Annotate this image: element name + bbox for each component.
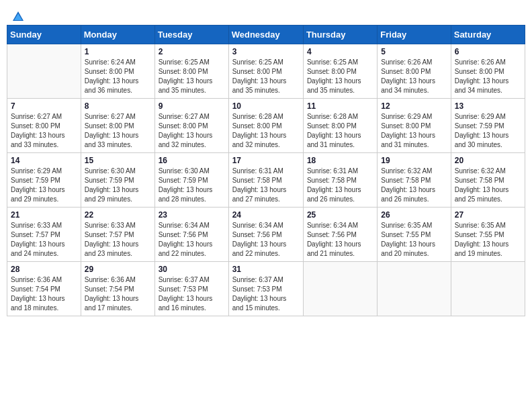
day-info: Sunrise: 6:27 AM Sunset: 8:00 PM Dayligh… xyxy=(11,112,77,150)
logo xyxy=(10,10,25,19)
day-number: 2 xyxy=(159,47,225,56)
day-info: Sunrise: 6:35 AM Sunset: 7:55 PM Dayligh… xyxy=(455,221,521,259)
day-number: 8 xyxy=(85,101,151,111)
day-info: Sunrise: 6:36 AM Sunset: 7:54 PM Dayligh… xyxy=(85,275,151,313)
day-number: 23 xyxy=(159,210,225,220)
day-info: Sunrise: 6:35 AM Sunset: 7:55 PM Dayligh… xyxy=(381,221,447,259)
calendar-cell: 7Sunrise: 6:27 AM Sunset: 8:00 PM Daylig… xyxy=(7,99,81,153)
day-info: Sunrise: 6:30 AM Sunset: 7:59 PM Dayligh… xyxy=(85,167,151,204)
day-info: Sunrise: 6:27 AM Sunset: 8:00 PM Dayligh… xyxy=(159,112,225,150)
day-info: Sunrise: 6:31 AM Sunset: 7:58 PM Dayligh… xyxy=(232,167,300,204)
day-number: 26 xyxy=(381,210,447,220)
logo-icon xyxy=(11,10,25,24)
weekday-header: Wednesday xyxy=(228,26,303,44)
day-info: Sunrise: 6:34 AM Sunset: 7:56 PM Dayligh… xyxy=(159,221,225,259)
calendar-cell: 6Sunrise: 6:26 AM Sunset: 8:00 PM Daylig… xyxy=(451,44,525,99)
day-number: 19 xyxy=(381,156,447,165)
day-number: 15 xyxy=(85,156,151,165)
day-number: 12 xyxy=(381,101,447,111)
calendar-cell: 29Sunrise: 6:36 AM Sunset: 7:54 PM Dayli… xyxy=(81,262,154,316)
day-number: 17 xyxy=(232,156,300,165)
calendar-cell: 24Sunrise: 6:34 AM Sunset: 7:56 PM Dayli… xyxy=(228,208,303,262)
page-header xyxy=(7,7,525,19)
day-number: 10 xyxy=(232,101,300,111)
day-number: 31 xyxy=(232,265,300,274)
calendar-cell: 13Sunrise: 6:29 AM Sunset: 7:59 PM Dayli… xyxy=(451,99,525,153)
calendar-cell: 23Sunrise: 6:34 AM Sunset: 7:56 PM Dayli… xyxy=(154,208,228,262)
calendar-cell: 27Sunrise: 6:35 AM Sunset: 7:55 PM Dayli… xyxy=(451,208,525,262)
calendar-cell: 15Sunrise: 6:30 AM Sunset: 7:59 PM Dayli… xyxy=(81,153,154,208)
day-info: Sunrise: 6:26 AM Sunset: 8:00 PM Dayligh… xyxy=(455,58,521,95)
day-number: 18 xyxy=(307,156,373,165)
calendar-cell: 16Sunrise: 6:30 AM Sunset: 7:59 PM Dayli… xyxy=(154,153,228,208)
day-info: Sunrise: 6:29 AM Sunset: 7:59 PM Dayligh… xyxy=(11,167,77,204)
day-number: 29 xyxy=(85,265,151,274)
day-number: 24 xyxy=(232,210,300,220)
calendar-cell: 3Sunrise: 6:25 AM Sunset: 8:00 PM Daylig… xyxy=(228,44,303,99)
calendar-cell: 11Sunrise: 6:28 AM Sunset: 8:00 PM Dayli… xyxy=(303,99,377,153)
calendar-cell: 9Sunrise: 6:27 AM Sunset: 8:00 PM Daylig… xyxy=(154,99,228,153)
day-info: Sunrise: 6:31 AM Sunset: 7:58 PM Dayligh… xyxy=(307,167,373,204)
calendar-cell xyxy=(378,262,451,316)
day-number: 9 xyxy=(159,101,225,111)
day-number: 4 xyxy=(307,47,373,56)
day-info: Sunrise: 6:25 AM Sunset: 8:00 PM Dayligh… xyxy=(307,58,373,95)
day-info: Sunrise: 6:37 AM Sunset: 7:53 PM Dayligh… xyxy=(232,275,300,313)
calendar-week-row: 21Sunrise: 6:33 AM Sunset: 7:57 PM Dayli… xyxy=(7,208,525,262)
day-info: Sunrise: 6:28 AM Sunset: 8:00 PM Dayligh… xyxy=(307,112,373,150)
calendar-cell: 4Sunrise: 6:25 AM Sunset: 8:00 PM Daylig… xyxy=(303,44,377,99)
weekday-header: Friday xyxy=(378,26,451,44)
calendar-week-row: 7Sunrise: 6:27 AM Sunset: 8:00 PM Daylig… xyxy=(7,99,525,153)
day-number: 6 xyxy=(455,47,521,56)
calendar-cell xyxy=(303,262,377,316)
day-number: 20 xyxy=(455,156,521,165)
calendar-cell: 21Sunrise: 6:33 AM Sunset: 7:57 PM Dayli… xyxy=(7,208,81,262)
weekday-header: Thursday xyxy=(303,26,377,44)
calendar-week-row: 14Sunrise: 6:29 AM Sunset: 7:59 PM Dayli… xyxy=(7,153,525,208)
weekday-header: Saturday xyxy=(451,26,525,44)
calendar-cell: 17Sunrise: 6:31 AM Sunset: 7:58 PM Dayli… xyxy=(228,153,303,208)
calendar-body: 1Sunrise: 6:24 AM Sunset: 8:00 PM Daylig… xyxy=(7,44,525,316)
day-number: 21 xyxy=(11,210,77,220)
calendar-cell: 26Sunrise: 6:35 AM Sunset: 7:55 PM Dayli… xyxy=(378,208,451,262)
day-info: Sunrise: 6:28 AM Sunset: 8:00 PM Dayligh… xyxy=(232,112,300,150)
day-number: 25 xyxy=(307,210,373,220)
day-info: Sunrise: 6:34 AM Sunset: 7:56 PM Dayligh… xyxy=(307,221,373,259)
day-number: 30 xyxy=(159,265,225,274)
day-number: 22 xyxy=(85,210,151,220)
calendar-cell: 28Sunrise: 6:36 AM Sunset: 7:54 PM Dayli… xyxy=(7,262,81,316)
day-info: Sunrise: 6:27 AM Sunset: 8:00 PM Dayligh… xyxy=(85,112,151,150)
calendar-cell: 14Sunrise: 6:29 AM Sunset: 7:59 PM Dayli… xyxy=(7,153,81,208)
calendar-cell: 10Sunrise: 6:28 AM Sunset: 8:00 PM Dayli… xyxy=(228,99,303,153)
day-number: 27 xyxy=(455,210,521,220)
day-number: 7 xyxy=(11,101,77,111)
calendar-week-row: 1Sunrise: 6:24 AM Sunset: 8:00 PM Daylig… xyxy=(7,44,525,99)
weekday-header: Monday xyxy=(81,26,154,44)
calendar-cell: 18Sunrise: 6:31 AM Sunset: 7:58 PM Dayli… xyxy=(303,153,377,208)
calendar-cell: 30Sunrise: 6:37 AM Sunset: 7:53 PM Dayli… xyxy=(154,262,228,316)
calendar-cell: 31Sunrise: 6:37 AM Sunset: 7:53 PM Dayli… xyxy=(228,262,303,316)
calendar-header-row: SundayMondayTuesdayWednesdayThursdayFrid… xyxy=(7,26,525,44)
day-number: 11 xyxy=(307,101,373,111)
day-info: Sunrise: 6:29 AM Sunset: 7:59 PM Dayligh… xyxy=(455,112,521,150)
calendar-cell xyxy=(7,44,81,99)
day-info: Sunrise: 6:37 AM Sunset: 7:53 PM Dayligh… xyxy=(159,275,225,313)
calendar-cell: 19Sunrise: 6:32 AM Sunset: 7:58 PM Dayli… xyxy=(378,153,451,208)
day-info: Sunrise: 6:24 AM Sunset: 8:00 PM Dayligh… xyxy=(85,58,151,95)
day-number: 28 xyxy=(11,265,77,274)
day-info: Sunrise: 6:33 AM Sunset: 7:57 PM Dayligh… xyxy=(11,221,77,259)
day-info: Sunrise: 6:32 AM Sunset: 7:58 PM Dayligh… xyxy=(455,167,521,204)
day-number: 14 xyxy=(11,156,77,165)
calendar-cell: 25Sunrise: 6:34 AM Sunset: 7:56 PM Dayli… xyxy=(303,208,377,262)
calendar-cell: 1Sunrise: 6:24 AM Sunset: 8:00 PM Daylig… xyxy=(81,44,154,99)
day-info: Sunrise: 6:33 AM Sunset: 7:57 PM Dayligh… xyxy=(85,221,151,259)
weekday-header: Tuesday xyxy=(154,26,228,44)
day-info: Sunrise: 6:26 AM Sunset: 8:00 PM Dayligh… xyxy=(381,58,447,95)
calendar-cell: 8Sunrise: 6:27 AM Sunset: 8:00 PM Daylig… xyxy=(81,99,154,153)
day-number: 16 xyxy=(159,156,225,165)
day-number: 13 xyxy=(455,101,521,111)
day-info: Sunrise: 6:32 AM Sunset: 7:58 PM Dayligh… xyxy=(381,167,447,204)
day-info: Sunrise: 6:25 AM Sunset: 8:00 PM Dayligh… xyxy=(232,58,300,95)
day-number: 3 xyxy=(232,47,300,56)
day-info: Sunrise: 6:36 AM Sunset: 7:54 PM Dayligh… xyxy=(11,275,77,313)
